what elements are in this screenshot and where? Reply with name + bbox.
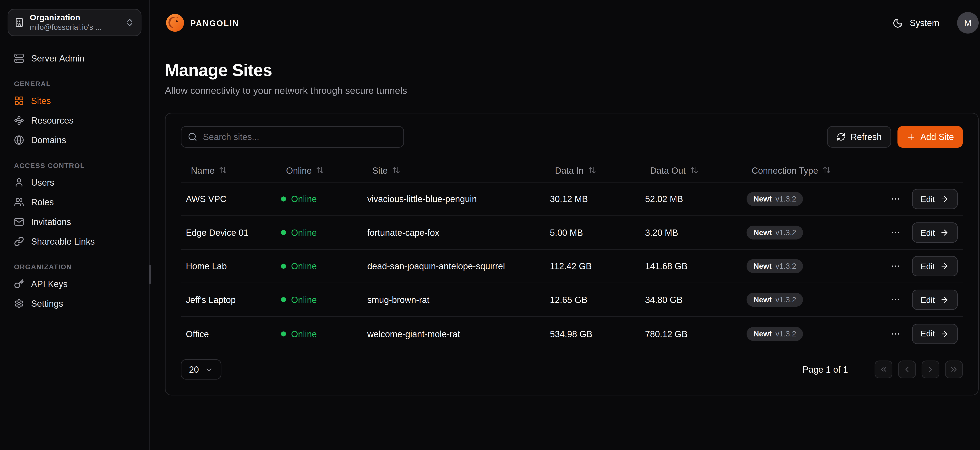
sidebar-item-resources[interactable]: Resources xyxy=(8,111,142,130)
pangolin-logo-icon xyxy=(165,13,185,32)
theme-toggle-button[interactable]: System xyxy=(892,17,939,28)
avatar-initial: M xyxy=(964,18,972,28)
sidebar-item-api-keys[interactable]: API Keys xyxy=(8,274,142,293)
cell-actions: Edit xyxy=(862,256,963,276)
pager: Page 1 of 1 xyxy=(803,361,963,378)
column-header-data-out[interactable]: Data Out xyxy=(640,165,741,175)
sidebar-item-label: Invitations xyxy=(31,217,71,227)
first-page-button[interactable] xyxy=(875,361,892,378)
org-selector[interactable]: Organization milo@fossorial.io's ... xyxy=(8,9,142,36)
cell-name: Edge Device 01 xyxy=(181,228,276,238)
edit-label: Edit xyxy=(921,194,935,204)
cell-data-out: 780.12 GB xyxy=(640,329,741,339)
sort-icon xyxy=(588,166,596,174)
cell-data-in: 534.98 GB xyxy=(545,329,640,339)
sidebar-item-label: Shareable Links xyxy=(31,236,95,247)
refresh-label: Refresh xyxy=(851,132,882,142)
edit-button[interactable]: Edit xyxy=(912,290,958,310)
sidebar-item-label: Server Admin xyxy=(31,53,84,63)
online-status-dot xyxy=(281,196,286,201)
connection-type-badge: Newt v1.3.2 xyxy=(746,226,803,239)
pager-buttons xyxy=(875,361,963,378)
section-heading-organization: ORGANIZATION xyxy=(14,263,135,271)
sidebar-item-invitations[interactable]: Invitations xyxy=(8,212,142,231)
connection-type-name: Newt xyxy=(753,295,772,304)
sidebar-item-users[interactable]: Users xyxy=(8,173,142,192)
cell-site: smug-brown-rat xyxy=(362,295,545,305)
chevron-right-icon xyxy=(926,365,935,374)
sidebar-item-server-admin[interactable]: Server Admin xyxy=(8,49,142,68)
column-header-data-in[interactable]: Data In xyxy=(545,165,640,175)
table-row: AWS VPC Online vivacious-little-blue-pen… xyxy=(181,182,963,216)
sidebar-item-roles[interactable]: Roles xyxy=(8,193,142,212)
sidebar-item-settings[interactable]: Settings xyxy=(8,294,142,313)
section-heading-access-control: ACCESS CONTROL xyxy=(14,162,135,169)
user-avatar[interactable]: M xyxy=(957,12,978,33)
row-menu-button[interactable] xyxy=(888,191,903,207)
cell-online: Online xyxy=(276,194,362,204)
row-menu-button[interactable] xyxy=(888,225,903,240)
edit-button[interactable]: Edit xyxy=(912,222,958,243)
cell-data-out: 141.68 GB xyxy=(640,261,741,271)
column-header-site[interactable]: Site xyxy=(362,165,545,175)
last-page-button[interactable] xyxy=(945,361,963,378)
sidebar-item-label: API Keys xyxy=(31,279,68,289)
arrow-right-icon xyxy=(940,329,949,338)
theme-label: System xyxy=(910,18,939,28)
chevrons-right-icon xyxy=(950,365,958,374)
brand-name: PANGOLIN xyxy=(190,18,239,28)
next-page-button[interactable] xyxy=(921,361,939,378)
online-status-label: Online xyxy=(291,194,317,204)
page-size-select[interactable]: 20 xyxy=(181,359,221,380)
globe-icon xyxy=(14,135,24,145)
cell-connection-type: Newt v1.3.2 xyxy=(741,226,862,239)
search-input[interactable] xyxy=(181,126,404,147)
cell-data-in: 5.00 MB xyxy=(545,228,640,238)
sidebar-nav: Server Admin GENERAL Sites Resources Dom… xyxy=(8,49,142,313)
online-status-dot xyxy=(281,264,286,269)
cell-name: AWS VPC xyxy=(181,194,276,204)
sidebar: Organization milo@fossorial.io's ... Ser… xyxy=(0,0,150,450)
sort-icon xyxy=(316,166,325,174)
row-menu-button[interactable] xyxy=(888,292,903,307)
refresh-button[interactable]: Refresh xyxy=(827,126,891,147)
sidebar-item-domains[interactable]: Domains xyxy=(8,131,142,150)
arrow-right-icon xyxy=(940,261,949,271)
edit-button[interactable]: Edit xyxy=(912,256,958,276)
cell-name: Home Lab xyxy=(181,261,276,271)
connection-type-badge: Newt v1.3.2 xyxy=(746,326,803,341)
sidebar-scrollbar-thumb[interactable] xyxy=(149,265,151,284)
row-menu-button[interactable] xyxy=(888,258,903,274)
edit-button[interactable]: Edit xyxy=(912,323,958,344)
row-menu-button[interactable] xyxy=(888,326,903,341)
server-icon xyxy=(14,53,24,63)
building-icon xyxy=(14,18,24,27)
cell-site: fortunate-cape-fox xyxy=(362,228,545,238)
ellipsis-icon xyxy=(890,194,900,204)
link-icon xyxy=(14,236,24,247)
previous-page-button[interactable] xyxy=(898,361,916,378)
column-label: Name xyxy=(191,165,215,175)
cell-data-in: 112.42 GB xyxy=(545,261,640,271)
sidebar-item-label: Settings xyxy=(31,298,63,309)
online-status-label: Online xyxy=(291,261,317,271)
sidebar-item-sites[interactable]: Sites xyxy=(8,91,142,110)
add-site-button[interactable]: Add Site xyxy=(897,126,963,147)
online-status-label: Online xyxy=(291,228,317,238)
column-header-name[interactable]: Name xyxy=(181,165,276,175)
edit-button[interactable]: Edit xyxy=(912,189,958,209)
sidebar-item-label: Users xyxy=(31,177,54,188)
table-header-row: Name Online Site Data In xyxy=(181,158,963,182)
edit-label: Edit xyxy=(921,228,935,237)
cell-name: Jeff's Laptop xyxy=(181,295,276,305)
column-header-connection-type[interactable]: Connection Type xyxy=(741,165,862,175)
main-area: PANGOLIN System M Manage Sites Allow con… xyxy=(150,0,980,450)
table-row: Jeff's Laptop Online smug-brown-rat 12.6… xyxy=(181,283,963,317)
section-heading-general: GENERAL xyxy=(14,80,135,87)
online-status-dot xyxy=(281,297,286,303)
sidebar-item-shareable-links[interactable]: Shareable Links xyxy=(8,232,142,251)
connection-type-name: Newt xyxy=(753,329,772,338)
ellipsis-icon xyxy=(890,228,900,238)
column-header-online[interactable]: Online xyxy=(276,165,362,175)
edit-label: Edit xyxy=(921,295,935,304)
